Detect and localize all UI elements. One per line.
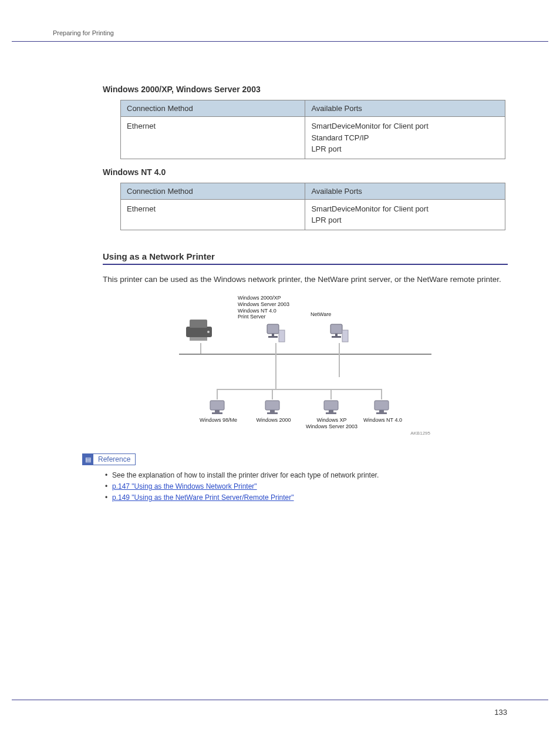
heading-network-printer: Using as a Network Printer: [103, 251, 508, 265]
th-connection-method: Connection Method: [121, 183, 305, 199]
reference-icon: ▤: [83, 454, 93, 465]
th-connection-method: Connection Method: [121, 100, 305, 117]
svg-rect-5: [272, 334, 274, 336]
connector-line: [330, 389, 332, 399]
svg-rect-7: [279, 330, 285, 342]
diagram-code: AKB1295: [410, 431, 430, 436]
header-rule: [12, 41, 548, 42]
cell-method: Ethernet: [121, 199, 305, 230]
table-winnt40: Connection Method Available Ports Ethern…: [120, 183, 505, 230]
svg-rect-6: [268, 336, 278, 338]
svg-rect-11: [342, 330, 348, 342]
svg-rect-10: [332, 336, 341, 338]
connector-line: [217, 389, 218, 399]
heading-win2000xp: Windows 2000/XP, Windows Server 2003: [103, 85, 508, 94]
server-icon: [266, 323, 286, 343]
connector-line: [275, 343, 276, 354]
svg-rect-8: [330, 324, 342, 334]
ref-link[interactable]: p.147 "Using as the Windows Network Prin…: [112, 482, 257, 490]
body-text: This printer can be used as the Windows …: [103, 273, 508, 286]
svg-rect-4: [267, 324, 279, 334]
cell-method: Ethernet: [121, 117, 305, 159]
connector-line: [200, 343, 201, 354]
table-row: Ethernet SmartDeviceMonitor for Client p…: [121, 199, 505, 230]
ref-link[interactable]: p.149 "Using as the NetWare Print Server…: [112, 493, 294, 502]
ref-text: See the explanation of how to install th…: [112, 471, 379, 479]
connector-line: [275, 354, 276, 389]
computer-icon: [264, 399, 281, 415]
diagram-client-label: Windows 2000: [253, 417, 294, 424]
th-available-ports: Available Ports: [305, 100, 505, 117]
reference-list: See the explanation of how to install th…: [105, 471, 508, 502]
svg-rect-9: [335, 334, 338, 336]
connector-line: [217, 389, 381, 390]
connector-line: [339, 354, 340, 377]
table-win2000xp: Connection Method Available Ports Ethern…: [120, 100, 505, 159]
svg-rect-19: [329, 410, 333, 412]
bus-line: [179, 354, 431, 355]
footer-rule: [12, 700, 548, 700]
reference-label: Reference: [93, 455, 135, 463]
svg-rect-12: [210, 401, 224, 410]
svg-rect-22: [379, 410, 384, 412]
computer-icon: [322, 399, 340, 415]
th-available-ports: Available Ports: [305, 183, 505, 199]
svg-rect-18: [324, 401, 338, 410]
svg-rect-14: [212, 412, 222, 414]
network-diagram: Windows 2000/XP Windows Server 2003 Wind…: [179, 295, 431, 436]
diagram-client-label: Windows XP Windows Server 2003: [302, 417, 361, 430]
page-number: 133: [494, 708, 507, 717]
diagram-client-label: Windows NT 4.0: [361, 417, 404, 424]
breadcrumb: Preparing for Printing: [53, 29, 114, 36]
computer-icon: [208, 399, 226, 415]
svg-rect-21: [375, 401, 389, 410]
svg-rect-2: [190, 337, 207, 341]
svg-rect-16: [270, 410, 275, 412]
page-header: Preparing for Printing: [53, 29, 507, 36]
heading-winnt40: Windows NT 4.0: [103, 167, 508, 177]
list-item: p.147 "Using as the Windows Network Prin…: [105, 482, 508, 490]
cell-ports: SmartDeviceMonitor for Client port LPR p…: [305, 199, 505, 230]
server-icon: [329, 323, 349, 343]
connector-line: [381, 389, 382, 399]
svg-rect-1: [190, 320, 207, 328]
svg-rect-15: [265, 401, 279, 410]
reference-tag: ▤ Reference: [82, 453, 136, 465]
list-item: See the explanation of how to install th…: [105, 471, 508, 479]
diagram-server-labels: Windows 2000/XP Windows Server 2003 Wind…: [238, 295, 289, 320]
cell-ports: SmartDeviceMonitor for Client port Stand…: [305, 117, 505, 159]
list-item: p.149 "Using as the NetWare Print Server…: [105, 493, 508, 502]
connector-line: [339, 343, 340, 354]
main-content: Windows 2000/XP, Windows Server 2003 Con…: [103, 76, 508, 505]
svg-rect-17: [267, 412, 278, 414]
diagram-netware-label: NetWare: [311, 311, 331, 317]
svg-rect-13: [215, 410, 220, 412]
svg-rect-20: [326, 412, 336, 414]
svg-point-3: [207, 331, 210, 333]
printer-icon: [183, 316, 218, 342]
svg-rect-23: [376, 412, 387, 414]
table-row: Ethernet SmartDeviceMonitor for Client p…: [121, 117, 505, 159]
computer-icon: [373, 399, 390, 415]
connector-line: [272, 389, 273, 399]
diagram-client-label: Windows 98/Me: [198, 417, 239, 424]
